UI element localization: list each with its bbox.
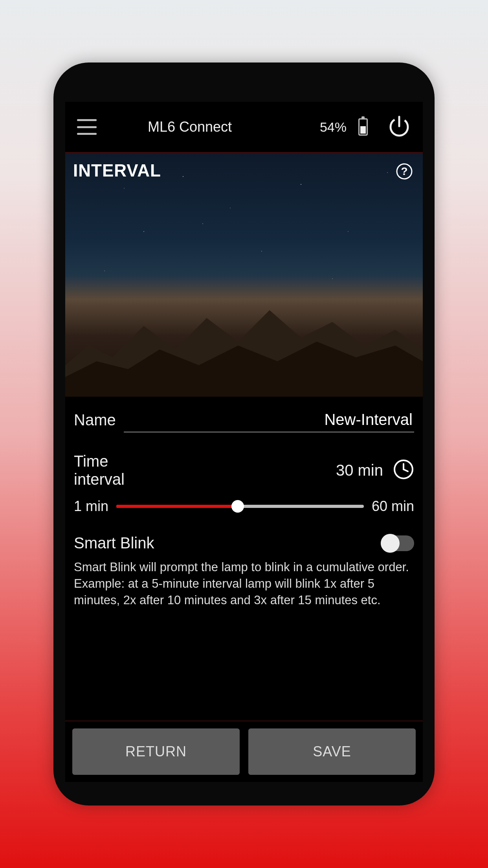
smart-blink-panel: Smart Blink Smart Blink will prompt the … [65, 526, 423, 618]
name-input[interactable] [124, 408, 414, 432]
footer-buttons: RETURN SAVE [65, 721, 423, 782]
top-bar: ML6 Connect 54% [65, 102, 423, 153]
app-title: ML6 Connect [148, 119, 232, 135]
phone-frame: ML6 Connect 54% INTERVAL ? [53, 63, 435, 805]
smart-blink-label: Smart Blink [74, 534, 154, 552]
slider-min-label: 1 min [74, 498, 108, 515]
battery-icon [358, 118, 368, 136]
save-button[interactable]: SAVE [248, 728, 416, 775]
section-title: INTERVAL [73, 161, 161, 180]
app-screen: ML6 Connect 54% INTERVAL ? [65, 102, 423, 782]
smart-blink-toggle[interactable] [381, 535, 414, 551]
svg-text:?: ? [401, 165, 407, 177]
smart-blink-description: Smart Blink will prompt the lamp to blin… [74, 559, 414, 609]
help-icon[interactable]: ? [396, 163, 413, 182]
time-interval-value: 30 min [336, 462, 383, 479]
time-interval-label: Time interval [74, 452, 125, 488]
menu-icon[interactable] [77, 119, 97, 135]
time-interval-panel: Time interval 30 min 1 min [65, 444, 423, 522]
battery-percent: 54% [320, 120, 347, 135]
slider-thumb[interactable] [231, 500, 244, 513]
time-interval-slider[interactable] [116, 500, 364, 512]
svg-line-6 [404, 469, 408, 471]
name-label: Name [74, 411, 116, 429]
slider-max-label: 60 min [372, 498, 414, 515]
name-panel: Name [65, 400, 423, 440]
clock-icon[interactable] [393, 459, 414, 482]
hero-image: INTERVAL ? [65, 153, 423, 397]
return-button[interactable]: RETURN [72, 728, 240, 775]
power-icon[interactable] [387, 114, 411, 140]
